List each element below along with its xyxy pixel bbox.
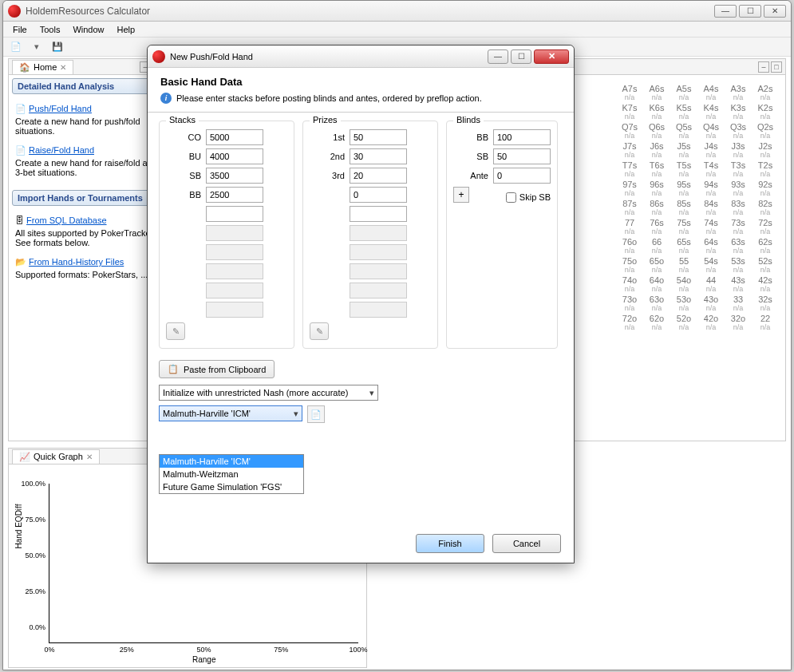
hand-cell[interactable]: A3s	[725, 84, 752, 93]
hand-cell[interactable]: 87s	[616, 199, 643, 208]
hand-cell[interactable]: 64o	[643, 275, 670, 285]
stack-input-blank[interactable]	[206, 206, 263, 222]
add-blind-button[interactable]: +	[453, 187, 469, 203]
init-combo[interactable]: Initialize with unrestricted Nash (more …	[159, 385, 378, 401]
hand-cell[interactable]: Q6s	[643, 122, 670, 132]
hand-cell[interactable]: 96s	[643, 180, 670, 189]
dialog-minimize-button[interactable]: —	[488, 49, 508, 64]
hand-cell[interactable]: 75o	[616, 256, 643, 266]
hand-cell[interactable]: 97s	[616, 180, 643, 189]
tab-home[interactable]: 🏠 Home ✕	[12, 60, 73, 74]
hand-cell[interactable]: 85s	[670, 199, 697, 208]
hand-cell[interactable]: 73o	[616, 294, 643, 304]
menu-tools[interactable]: Tools	[35, 23, 65, 36]
hand-cell[interactable]: J5s	[670, 141, 697, 151]
link-hh-files[interactable]: From Hand-History Files	[29, 257, 124, 267]
hand-cell[interactable]: 94s	[697, 180, 725, 189]
hand-cell[interactable]: 63o	[643, 294, 670, 304]
hand-cell[interactable]: 42s	[752, 275, 779, 285]
dialog-maximize-button[interactable]: ☐	[511, 49, 531, 64]
clear-prizes-button[interactable]: ✎	[310, 322, 329, 340]
hand-cell[interactable]: 77	[616, 218, 643, 227]
minimize-view-icon[interactable]: –	[758, 61, 769, 73]
toolbar-dropdown-icon[interactable]: ▾	[29, 40, 45, 54]
link-raisefold-hand[interactable]: Raise/Fold Hand	[29, 145, 94, 155]
hand-cell[interactable]: 54o	[670, 275, 697, 285]
stack-input[interactable]	[206, 148, 263, 164]
hand-cell[interactable]: A2s	[752, 84, 779, 93]
hand-cell[interactable]: K4s	[697, 103, 725, 113]
model-option[interactable]: Malmuth-Weitzman	[160, 468, 303, 480]
hand-cell[interactable]: 53s	[725, 256, 752, 266]
hand-cell[interactable]: 73s	[725, 218, 752, 227]
hand-cell[interactable]: 62o	[643, 314, 670, 323]
prize-input[interactable]	[350, 187, 407, 203]
prize-input[interactable]	[350, 168, 407, 184]
stack-input[interactable]	[206, 129, 263, 145]
hand-cell[interactable]: 42o	[697, 314, 725, 323]
hand-cell[interactable]: 32s	[752, 294, 779, 304]
hand-cell[interactable]: T2s	[752, 160, 779, 170]
tab-close-icon[interactable]: ✕	[86, 453, 93, 461]
hand-cell[interactable]: 74o	[616, 275, 643, 285]
hand-cell[interactable]: A5s	[670, 84, 697, 93]
tab-close-icon[interactable]: ✕	[60, 63, 66, 72]
minimize-button[interactable]: —	[714, 5, 737, 18]
hand-cell[interactable]: Q5s	[670, 122, 697, 132]
hand-cell[interactable]: 52o	[670, 314, 697, 323]
hand-cell[interactable]: 72s	[752, 218, 779, 227]
hand-cell[interactable]: J6s	[643, 141, 670, 151]
dialog-close-button[interactable]: ✕	[534, 49, 569, 64]
model-option[interactable]: Future Game Simulation 'FGS'	[160, 480, 303, 493]
sb-input[interactable]	[493, 148, 551, 164]
hand-cell[interactable]: Q3s	[725, 122, 752, 132]
hand-cell[interactable]: K3s	[725, 103, 752, 113]
hand-cell[interactable]: 76o	[616, 237, 643, 247]
hand-cell[interactable]: K2s	[752, 103, 779, 113]
prize-input[interactable]	[350, 129, 407, 145]
model-option[interactable]: Malmuth-Harville 'ICM'	[160, 455, 303, 468]
hand-cell[interactable]: K5s	[670, 103, 697, 113]
hand-cell[interactable]: 66	[643, 237, 670, 247]
hand-cell[interactable]: Q2s	[752, 122, 779, 132]
hand-cell[interactable]: 86s	[643, 199, 670, 208]
hand-cell[interactable]: 22	[752, 314, 779, 323]
hand-cell[interactable]: A4s	[697, 84, 725, 93]
hand-cell[interactable]: 72o	[616, 314, 643, 323]
hand-cell[interactable]: 92s	[752, 180, 779, 189]
hand-cell[interactable]: 65s	[670, 237, 697, 247]
hand-cell[interactable]: 75s	[670, 218, 697, 227]
maximize-button[interactable]: ☐	[739, 5, 761, 18]
hand-cell[interactable]: 32o	[725, 314, 752, 323]
hand-cell[interactable]: 55	[670, 256, 697, 266]
hand-cell[interactable]: J7s	[616, 141, 643, 151]
hand-cell[interactable]: Q4s	[697, 122, 725, 132]
hand-cell[interactable]: 84s	[697, 199, 725, 208]
hand-cell[interactable]: K7s	[616, 103, 643, 113]
paste-clipboard-button[interactable]: 📋 Paste from Clipboard	[159, 360, 275, 378]
toolbar-save-icon[interactable]: 💾	[49, 40, 65, 54]
hand-cell[interactable]: 33	[725, 294, 752, 304]
finish-button[interactable]: Finish	[416, 534, 484, 553]
hand-cell[interactable]: 44	[697, 275, 725, 285]
hand-cell[interactable]: 83s	[725, 199, 752, 208]
link-pushfold-hand[interactable]: Push/Fold Hand	[29, 104, 92, 113]
hand-cell[interactable]: A7s	[616, 84, 643, 93]
hand-cell[interactable]: T6s	[643, 160, 670, 170]
hand-cell[interactable]: K6s	[643, 103, 670, 113]
bb-input[interactable]	[493, 129, 551, 145]
close-button[interactable]: ✕	[764, 5, 786, 18]
hand-cell[interactable]: 62s	[752, 237, 779, 247]
menu-help[interactable]: Help	[113, 23, 140, 36]
hand-cell[interactable]: 54s	[697, 256, 725, 266]
cancel-button[interactable]: Cancel	[492, 534, 561, 553]
hand-cell[interactable]: 52s	[752, 256, 779, 266]
toolbar-new-icon[interactable]: 📄	[8, 40, 24, 54]
hand-cell[interactable]: 63s	[725, 237, 752, 247]
hand-cell[interactable]: J2s	[752, 141, 779, 151]
hand-cell[interactable]: T7s	[616, 160, 643, 170]
hand-cell[interactable]: 43s	[725, 275, 752, 285]
tab-quick-graph[interactable]: 📈 Quick Graph ✕	[12, 449, 100, 464]
maximize-view-icon[interactable]: □	[771, 61, 782, 73]
hand-cell[interactable]: J3s	[725, 141, 752, 151]
